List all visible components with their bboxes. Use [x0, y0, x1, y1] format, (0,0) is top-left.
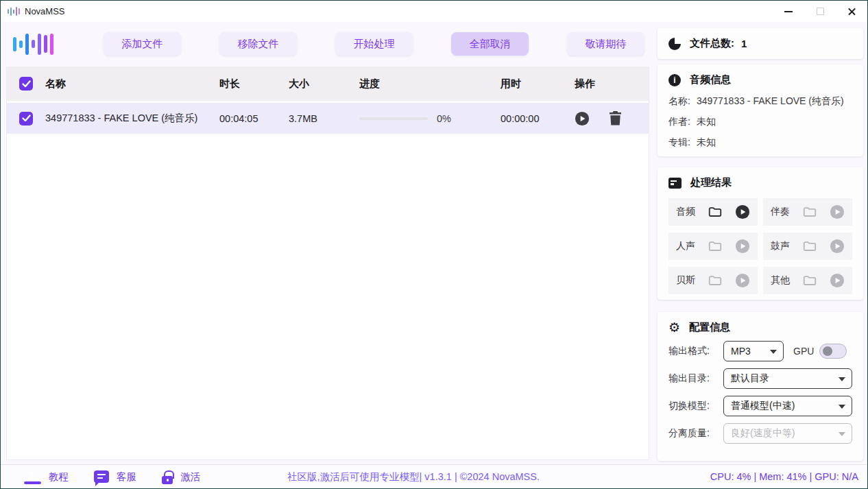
progress-label: 0%: [437, 113, 451, 124]
result-label: 贝斯: [676, 274, 695, 287]
titlebar: NovaMSS: [1, 1, 867, 22]
app-title: NovaMSS: [25, 6, 65, 16]
start-processing-button[interactable]: 开始处理: [335, 32, 413, 56]
minimize-icon: [784, 11, 793, 12]
open-folder-button[interactable]: [707, 239, 723, 254]
result-item: 其他: [763, 267, 852, 294]
model-select[interactable]: 普通模型(中速): [723, 396, 852, 416]
config-row-quality: 分离质量: 良好(速度中等): [668, 423, 852, 444]
app-window: NovaMSS 添加文件 移除文件 开始处理 全部取消 敬请期待 名称 时长 大…: [0, 0, 868, 489]
chevron-down-icon: [839, 405, 845, 409]
lock-icon: [162, 476, 173, 484]
toggle-knob: [823, 346, 832, 356]
play-icon: [735, 204, 750, 219]
close-button[interactable]: [836, 1, 867, 22]
play-icon: [830, 239, 845, 254]
waveform-logo: [13, 30, 65, 58]
row-checkbox[interactable]: [19, 112, 33, 126]
result-label: 伴奏: [771, 206, 790, 218]
result-label: 其他: [771, 274, 790, 287]
activate-link[interactable]: 激活: [162, 470, 200, 484]
close-icon: [847, 7, 856, 16]
trash-icon: [609, 111, 622, 126]
config-row-model: 切换模型: 普通模型(中速): [668, 396, 852, 416]
check-icon: [22, 80, 31, 88]
maximize-button[interactable]: [804, 1, 836, 22]
file-count-value: 1: [741, 38, 747, 49]
folder-icon: [801, 273, 818, 288]
play-icon: [830, 273, 845, 288]
table-row[interactable]: 349771833 - FAKE LOVE (纯音乐) 00:04:05 3.7…: [7, 103, 649, 134]
support-link[interactable]: 客服: [94, 470, 136, 484]
play-result-button[interactable]: [830, 239, 845, 254]
result-label: 鼓声: [771, 240, 790, 252]
version-text: 社区版,激活后可使用专业模型| v1.3.1 | ©2024 NovaMSS.: [287, 470, 540, 484]
result-label: 人声: [676, 240, 695, 252]
play-icon: [735, 239, 750, 254]
check-icon: [22, 115, 31, 122]
app-icon: [8, 6, 20, 17]
cell-actions: [569, 111, 649, 126]
quality-label: 分离质量:: [668, 427, 723, 440]
play-icon: [830, 204, 845, 219]
delete-row-button[interactable]: [609, 111, 622, 126]
config-row-format: 输出格式: MP3 GPU: [668, 341, 852, 361]
output-format-select[interactable]: MP3: [723, 341, 784, 361]
header-name: 名称: [45, 77, 219, 91]
minimize-button[interactable]: [773, 1, 804, 22]
model-label: 切换模型:: [668, 400, 723, 412]
gear-icon: ⚙: [668, 322, 680, 334]
open-folder-button[interactable]: [801, 239, 818, 254]
play-result-button[interactable]: [830, 204, 845, 219]
play-result-button[interactable]: [735, 273, 750, 288]
tutorial-icon: ➤: [24, 470, 41, 484]
file-table: 名称 时长 大小 进度 用时 操作 349771833 - FAKE LOVE …: [6, 67, 649, 460]
add-files-button[interactable]: 添加文件: [104, 32, 181, 56]
toolbar: 添加文件 移除文件 开始处理 全部取消 敬请期待: [1, 22, 648, 66]
folder-icon: [707, 273, 723, 288]
results-card: 处理结果 音频伴奏人声鼓声贝斯其他: [658, 167, 863, 300]
open-folder-button[interactable]: [801, 204, 818, 219]
gpu-toggle[interactable]: [819, 344, 847, 359]
output-dir-select[interactable]: 默认目录: [723, 368, 852, 389]
file-count-card: 文件总数: 1: [658, 28, 863, 59]
cell-progress: 0%: [355, 113, 501, 124]
cell-duration: 00:04:05: [219, 113, 289, 124]
remove-files-button[interactable]: 移除文件: [219, 32, 297, 56]
chevron-down-icon: [839, 432, 845, 436]
quality-select[interactable]: 良好(速度中等): [723, 423, 852, 444]
side-panel: 文件总数: 1 i 音频信息 名称: 349771833 - FAKE LOVE…: [658, 28, 863, 461]
file-count-label: 文件总数:: [690, 37, 734, 50]
play-result-button[interactable]: [735, 239, 750, 254]
result-item: 人声: [668, 232, 758, 260]
chevron-down-icon: [770, 350, 777, 354]
tutorial-link[interactable]: ➤ 教程: [24, 470, 69, 484]
audio-info-title: 音频信息: [690, 73, 731, 86]
header-elapsed: 用时: [501, 77, 569, 91]
window-controls: [773, 1, 867, 22]
chevron-down-icon: [839, 377, 845, 381]
cell-elapsed: 00:00:00: [501, 113, 569, 124]
play-icon: [575, 111, 590, 126]
play-result-button[interactable]: [830, 273, 845, 288]
play-icon: [735, 273, 750, 288]
open-folder-button[interactable]: [801, 273, 818, 288]
results-icon: [668, 178, 682, 189]
audio-info-card: i 音频信息 名称: 349771833 - FAKE LOVE (纯音乐) 作…: [658, 64, 863, 156]
folder-icon: [707, 204, 723, 219]
open-folder-button[interactable]: [707, 204, 723, 219]
cancel-all-button[interactable]: 全部取消: [451, 32, 529, 56]
play-row-button[interactable]: [575, 111, 590, 126]
open-folder-button[interactable]: [707, 273, 723, 288]
progress-bar: [359, 117, 428, 120]
header-size: 大小: [289, 77, 355, 91]
maximize-icon: [817, 8, 824, 15]
select-all-checkbox[interactable]: [19, 77, 33, 91]
config-card: ⚙ 配置信息 输出格式: MP3 GPU 输出目录: 默认目录: [658, 312, 863, 461]
coming-soon-button[interactable]: 敬请期待: [567, 32, 644, 56]
system-stats: CPU: 4% | Mem: 41% | GPU: N/A: [710, 471, 858, 482]
result-label: 音频: [676, 206, 695, 218]
play-result-button[interactable]: [735, 204, 750, 219]
config-row-output-dir: 输出目录: 默认目录: [668, 368, 852, 389]
output-dir-label: 输出目录:: [668, 372, 723, 385]
